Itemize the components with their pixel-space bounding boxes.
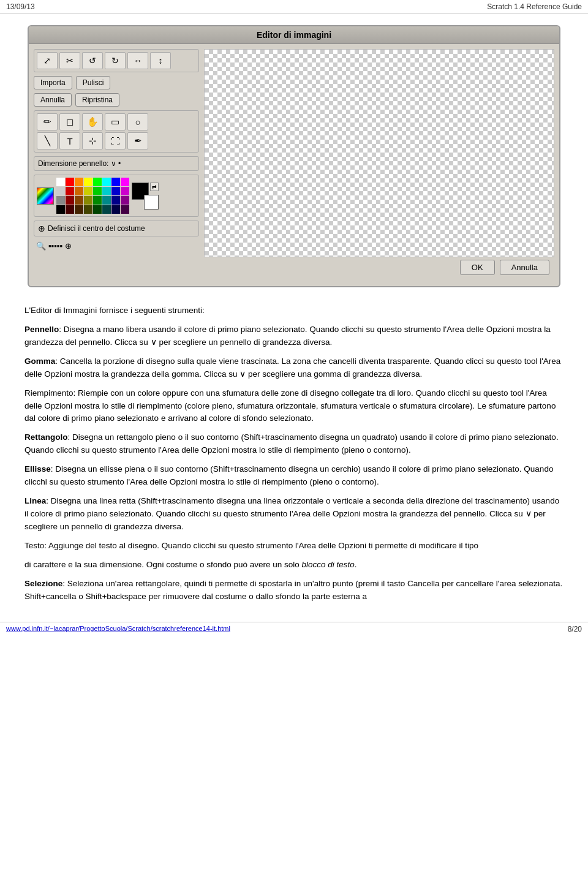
undo-redo-row: Annulla Ripristina [34, 93, 199, 107]
color-cell[interactable] [84, 196, 92, 205]
zoom-out-icon[interactable]: 🔍 [36, 241, 46, 251]
color-cell[interactable] [121, 196, 129, 205]
color-cell[interactable] [121, 187, 129, 195]
footer-url[interactable]: www.pd.infn.it/~lacaprar/ProgettoScuola/… [6, 625, 230, 633]
editor-left-panel: ⤢ ✂ ↺ ↻ ↔ ↕ Importa Pulisci Annulla Ripr… [34, 49, 199, 275]
pen-size-label: Dimensione pennello: ∨ • [38, 159, 121, 168]
color-cell[interactable] [111, 178, 120, 186]
paragraph-ellisse: Ellisse: Disegna un ellisse piena o il s… [24, 463, 564, 489]
drawing-tools-grid: ✏ ◻ ✋ ▭ ○ ╲ T ⊹ ⛶ ✒ [34, 110, 199, 153]
editor-title: Editor di immagini [29, 26, 559, 44]
color-cell[interactable] [102, 187, 111, 195]
pen-size-row: Dimensione pennello: ∨ • [34, 156, 199, 171]
color-cell[interactable] [111, 187, 120, 195]
text-tool[interactable]: T [59, 132, 80, 149]
pennello-label: Pennello [24, 325, 59, 334]
color-cell[interactable] [111, 205, 120, 214]
color-cell[interactable] [66, 178, 74, 186]
fill-tool[interactable]: ⛶ [105, 132, 126, 149]
linea-label: Linea [24, 496, 46, 505]
swap-colors-button[interactable]: ⇄ [150, 183, 159, 191]
color-cell[interactable] [93, 178, 102, 186]
paragraph-linea: Linea: Disegna una linea retta (Shift+tr… [24, 495, 564, 534]
header-title: Scratch 1.4 Reference Guide [487, 2, 582, 11]
cancel-button-bottom[interactable]: Annulla [500, 260, 549, 275]
eraser-tool[interactable]: ◻ [59, 113, 80, 130]
ellisse-label: Ellisse [24, 464, 51, 474]
selezione-label: Selezione [24, 579, 62, 588]
selected-colors-wrapper: ⇄ [132, 183, 159, 210]
color-cell[interactable] [56, 205, 65, 214]
rotate-right-tool-btn[interactable]: ↻ [105, 52, 126, 69]
color-cell[interactable] [66, 205, 74, 214]
color-cell[interactable] [56, 196, 65, 205]
color-cell[interactable] [102, 196, 111, 205]
color-cell[interactable] [66, 196, 74, 205]
rainbow-color-picker[interactable] [37, 187, 54, 205]
eyedropper-tool[interactable]: ✒ [127, 132, 148, 149]
gomma-label: Gomma [24, 357, 55, 366]
color-cell[interactable] [84, 187, 92, 195]
color-cell[interactable] [121, 178, 129, 186]
crop-tool-btn[interactable]: ✂ [59, 52, 80, 69]
move-tool-btn[interactable]: ⤢ [37, 52, 58, 69]
rettangolo-label: Rettangolo [24, 432, 68, 442]
color-cell[interactable] [75, 187, 83, 195]
color-cell[interactable] [93, 205, 102, 214]
header-date: 13/09/13 [6, 2, 35, 11]
color-cell[interactable] [121, 205, 129, 214]
ok-button[interactable]: OK [460, 260, 495, 275]
rectangle-tool[interactable]: ▭ [105, 113, 126, 130]
color-cell[interactable] [75, 178, 83, 186]
color-cell[interactable] [102, 205, 111, 214]
zoom-row: 🔍 ▪▪▪▪▪ ⊕ [34, 240, 199, 252]
top-toolbar: ⤢ ✂ ↺ ↻ ↔ ↕ [34, 49, 199, 72]
import-button[interactable]: Importa [34, 76, 72, 89]
main-content: L'Editor di Immagini fornisce i seguenti… [0, 298, 588, 616]
paragraph-riempimento: Riempimento: Riempie con un colore oppur… [24, 387, 564, 426]
color-cell[interactable] [84, 205, 92, 214]
color-cell[interactable] [93, 196, 102, 205]
ellipse-tool[interactable]: ○ [127, 113, 148, 130]
flip-v-tool-btn[interactable]: ↕ [150, 52, 171, 69]
plus-icon: ⊕ [38, 224, 45, 233]
paragraph-pennello: Pennello: Disegna a mano libera usando i… [24, 323, 564, 349]
paragraph-testo: Testo: Aggiunge del testo al disegno. Qu… [24, 540, 564, 553]
color-cell[interactable] [102, 178, 111, 186]
undo-button[interactable]: Annulla [34, 93, 72, 107]
rotate-left-tool-btn[interactable]: ↺ [82, 52, 103, 69]
background-color[interactable] [144, 195, 159, 210]
editor-body: ⤢ ✂ ↺ ↻ ↔ ↕ Importa Pulisci Annulla Ripr… [29, 44, 559, 280]
color-cell[interactable] [75, 196, 83, 205]
page-footer: www.pd.infn.it/~lacaprar/ProgettoScuola/… [0, 622, 588, 636]
import-clear-row: Importa Pulisci [34, 76, 199, 89]
costume-center-label: Definisci il centro del costume [48, 224, 145, 233]
color-cell[interactable] [111, 196, 120, 205]
color-cell[interactable] [84, 178, 92, 186]
hand-tool[interactable]: ✋ [82, 113, 103, 130]
redo-button[interactable]: Ripristina [75, 93, 119, 107]
pencil-tool[interactable]: ✏ [37, 113, 58, 130]
editor-canvas[interactable] [204, 49, 554, 257]
costume-center-row: ⊕ Definisci il centro del costume [34, 221, 199, 236]
color-cell[interactable] [56, 178, 65, 186]
line-tool[interactable]: ╲ [37, 132, 58, 149]
paragraph-gomma: Gomma: Cancella la porzione di disegno s… [24, 355, 564, 381]
page-header: 13/09/13 Scratch 1.4 Reference Guide [0, 0, 588, 14]
canvas-wrapper: OK Annulla [204, 49, 554, 275]
color-cell[interactable] [75, 205, 83, 214]
paragraph-rettangolo: Rettangolo: Disegna un rettangolo pieno … [24, 431, 564, 457]
color-cell[interactable] [66, 187, 74, 195]
ok-cancel-row: OK Annulla [204, 257, 554, 275]
paragraph-testo-2: di carattere e la sua dimensione. Ogni c… [24, 559, 564, 572]
zoom-bar: ▪▪▪▪▪ [48, 241, 62, 251]
clear-button[interactable]: Pulisci [76, 76, 111, 89]
select-tool[interactable]: ⊹ [82, 132, 103, 149]
color-cell[interactable] [56, 187, 65, 195]
paragraph-selezione: Selezione: Seleziona un'area rettangolar… [24, 578, 564, 603]
color-cell[interactable] [93, 187, 102, 195]
color-palette: ⇄ [34, 175, 199, 217]
footer-page: 8/20 [568, 625, 582, 633]
flip-h-tool-btn[interactable]: ↔ [127, 52, 148, 69]
zoom-in-icon[interactable]: ⊕ [65, 241, 72, 251]
